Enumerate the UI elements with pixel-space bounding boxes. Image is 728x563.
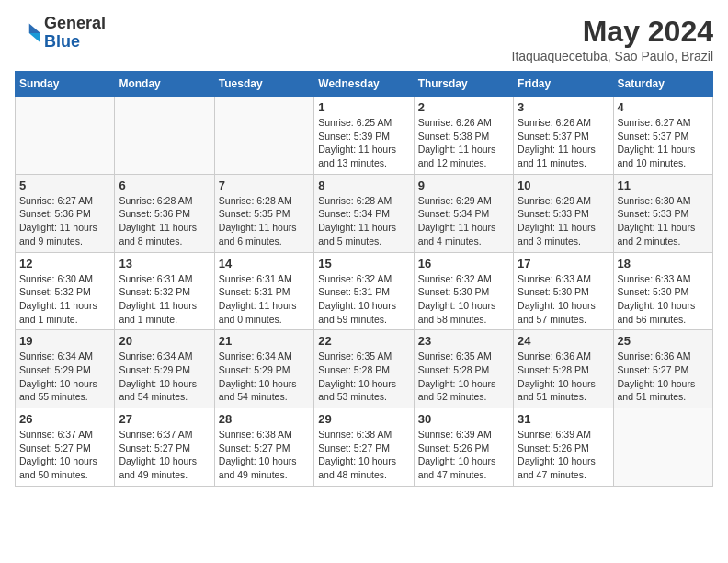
calendar-cell: 19Sunrise: 6:34 AM Sunset: 5:29 PM Dayli… — [16, 330, 115, 408]
day-number: 10 — [518, 178, 609, 192]
day-info: Sunrise: 6:33 AM Sunset: 5:30 PM Dayligh… — [618, 272, 709, 327]
day-number: 13 — [119, 257, 210, 270]
day-info: Sunrise: 6:33 AM Sunset: 5:30 PM Dayligh… — [518, 272, 609, 327]
day-info: Sunrise: 6:37 AM Sunset: 5:27 PM Dayligh… — [119, 428, 210, 482]
logo-icon — [15, 20, 40, 46]
calendar-header-monday: Monday — [115, 72, 214, 97]
calendar-cell: 31Sunrise: 6:39 AM Sunset: 5:26 PM Dayli… — [514, 408, 613, 487]
svg-marker-1 — [29, 33, 40, 43]
logo-general: General — [44, 15, 106, 33]
day-number: 2 — [418, 100, 509, 114]
day-info: Sunrise: 6:31 AM Sunset: 5:31 PM Dayligh… — [219, 272, 310, 327]
day-info: Sunrise: 6:26 AM Sunset: 5:38 PM Dayligh… — [418, 116, 509, 170]
calendar-cell: 4Sunrise: 6:27 AM Sunset: 5:37 PM Daylig… — [613, 97, 712, 175]
calendar-cell: 26Sunrise: 6:37 AM Sunset: 5:27 PM Dayli… — [16, 408, 115, 487]
day-number: 24 — [518, 334, 609, 348]
day-number: 8 — [318, 178, 409, 192]
calendar-table: SundayMondayTuesdayWednesdayThursdayFrid… — [15, 71, 713, 487]
day-number: 20 — [119, 334, 210, 348]
day-info: Sunrise: 6:34 AM Sunset: 5:29 PM Dayligh… — [119, 350, 210, 404]
day-number: 17 — [518, 257, 609, 270]
calendar-cell: 1Sunrise: 6:25 AM Sunset: 5:39 PM Daylig… — [314, 97, 414, 175]
day-info: Sunrise: 6:34 AM Sunset: 5:29 PM Dayligh… — [19, 350, 110, 404]
calendar-cell: 5Sunrise: 6:27 AM Sunset: 5:36 PM Daylig… — [16, 174, 115, 252]
day-info: Sunrise: 6:37 AM Sunset: 5:27 PM Dayligh… — [19, 428, 110, 482]
calendar-cell: 9Sunrise: 6:29 AM Sunset: 5:34 PM Daylig… — [414, 174, 513, 252]
day-info: Sunrise: 6:28 AM Sunset: 5:36 PM Dayligh… — [119, 194, 210, 248]
calendar-cell: 25Sunrise: 6:36 AM Sunset: 5:27 PM Dayli… — [613, 330, 712, 408]
day-number: 4 — [618, 100, 709, 114]
logo-blue: Blue — [44, 33, 106, 52]
day-number: 28 — [219, 412, 310, 426]
calendar-header-wednesday: Wednesday — [314, 72, 414, 97]
calendar-header-sunday: Sunday — [16, 72, 115, 97]
calendar-cell: 7Sunrise: 6:28 AM Sunset: 5:35 PM Daylig… — [214, 174, 313, 252]
day-number: 27 — [119, 412, 210, 426]
calendar-cell — [16, 97, 115, 175]
day-number: 31 — [518, 412, 609, 426]
calendar-cell: 27Sunrise: 6:37 AM Sunset: 5:27 PM Dayli… — [115, 408, 214, 487]
day-info: Sunrise: 6:27 AM Sunset: 5:36 PM Dayligh… — [19, 194, 110, 248]
day-number: 3 — [518, 100, 609, 114]
day-number: 22 — [318, 334, 409, 348]
calendar-cell: 15Sunrise: 6:32 AM Sunset: 5:31 PM Dayli… — [314, 252, 414, 330]
day-info: Sunrise: 6:25 AM Sunset: 5:39 PM Dayligh… — [318, 116, 409, 170]
calendar-cell: 30Sunrise: 6:39 AM Sunset: 5:26 PM Dayli… — [414, 408, 513, 487]
day-number: 25 — [618, 334, 709, 348]
calendar-week-row: 5Sunrise: 6:27 AM Sunset: 5:36 PM Daylig… — [16, 174, 713, 252]
calendar-cell: 28Sunrise: 6:38 AM Sunset: 5:27 PM Dayli… — [214, 408, 313, 487]
calendar-cell: 11Sunrise: 6:30 AM Sunset: 5:33 PM Dayli… — [613, 174, 712, 252]
calendar-cell: 12Sunrise: 6:30 AM Sunset: 5:32 PM Dayli… — [16, 252, 115, 330]
day-number: 30 — [418, 412, 509, 426]
day-number: 16 — [418, 257, 509, 270]
day-info: Sunrise: 6:38 AM Sunset: 5:27 PM Dayligh… — [219, 428, 310, 482]
day-info: Sunrise: 6:30 AM Sunset: 5:32 PM Dayligh… — [19, 272, 110, 327]
day-info: Sunrise: 6:39 AM Sunset: 5:26 PM Dayligh… — [518, 428, 609, 482]
day-number: 1 — [318, 100, 409, 114]
calendar-week-row: 12Sunrise: 6:30 AM Sunset: 5:32 PM Dayli… — [16, 252, 713, 330]
svg-marker-0 — [29, 23, 40, 33]
calendar-cell: 22Sunrise: 6:35 AM Sunset: 5:28 PM Dayli… — [314, 330, 414, 408]
logo: General Blue — [15, 15, 106, 52]
day-info: Sunrise: 6:32 AM Sunset: 5:30 PM Dayligh… — [418, 272, 509, 327]
calendar-cell: 23Sunrise: 6:35 AM Sunset: 5:28 PM Dayli… — [414, 330, 513, 408]
calendar-cell: 20Sunrise: 6:34 AM Sunset: 5:29 PM Dayli… — [115, 330, 214, 408]
calendar-cell: 18Sunrise: 6:33 AM Sunset: 5:30 PM Dayli… — [613, 252, 712, 330]
calendar-cell: 24Sunrise: 6:36 AM Sunset: 5:28 PM Dayli… — [514, 330, 613, 408]
day-info: Sunrise: 6:32 AM Sunset: 5:31 PM Dayligh… — [318, 272, 409, 327]
calendar-cell: 29Sunrise: 6:38 AM Sunset: 5:27 PM Dayli… — [314, 408, 414, 487]
page-header: General Blue May 2024 Itaquaquecetuba, S… — [15, 15, 713, 63]
day-number: 19 — [19, 334, 110, 348]
calendar-cell: 17Sunrise: 6:33 AM Sunset: 5:30 PM Dayli… — [514, 252, 613, 330]
calendar-week-row: 26Sunrise: 6:37 AM Sunset: 5:27 PM Dayli… — [16, 408, 713, 487]
calendar-header-friday: Friday — [514, 72, 613, 97]
calendar-cell: 14Sunrise: 6:31 AM Sunset: 5:31 PM Dayli… — [214, 252, 313, 330]
day-info: Sunrise: 6:38 AM Sunset: 5:27 PM Dayligh… — [318, 428, 409, 482]
day-info: Sunrise: 6:36 AM Sunset: 5:28 PM Dayligh… — [518, 350, 609, 404]
day-number: 6 — [119, 178, 210, 192]
calendar-cell: 13Sunrise: 6:31 AM Sunset: 5:32 PM Dayli… — [115, 252, 214, 330]
day-number: 26 — [19, 412, 110, 426]
calendar-cell: 16Sunrise: 6:32 AM Sunset: 5:30 PM Dayli… — [414, 252, 513, 330]
day-number: 9 — [418, 178, 509, 192]
day-info: Sunrise: 6:36 AM Sunset: 5:27 PM Dayligh… — [618, 350, 709, 404]
day-number: 12 — [19, 257, 110, 270]
day-number: 14 — [219, 257, 310, 270]
day-info: Sunrise: 6:30 AM Sunset: 5:33 PM Dayligh… — [618, 194, 709, 248]
day-info: Sunrise: 6:31 AM Sunset: 5:32 PM Dayligh… — [119, 272, 210, 327]
calendar-header-saturday: Saturday — [613, 72, 712, 97]
day-number: 23 — [418, 334, 509, 348]
day-number: 15 — [318, 257, 409, 270]
day-number: 7 — [219, 178, 310, 192]
calendar-header-row: SundayMondayTuesdayWednesdayThursdayFrid… — [16, 72, 713, 97]
calendar-cell: 2Sunrise: 6:26 AM Sunset: 5:38 PM Daylig… — [414, 97, 513, 175]
calendar-cell — [214, 97, 313, 175]
calendar-cell — [115, 97, 214, 175]
logo-text: General Blue — [44, 15, 106, 52]
day-number: 21 — [219, 334, 310, 348]
day-number: 29 — [318, 412, 409, 426]
day-info: Sunrise: 6:35 AM Sunset: 5:28 PM Dayligh… — [418, 350, 509, 404]
location-subtitle: Itaquaquecetuba, Sao Paulo, Brazil — [512, 49, 714, 63]
day-info: Sunrise: 6:35 AM Sunset: 5:28 PM Dayligh… — [318, 350, 409, 404]
day-number: 18 — [618, 257, 709, 270]
